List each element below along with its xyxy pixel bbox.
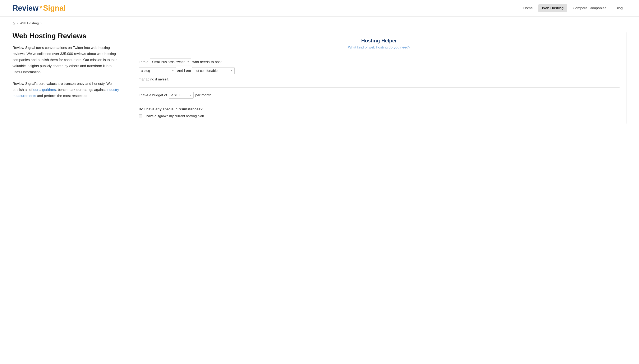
breadcrumb: ⌂ › Web Hosting › [0,16,639,30]
nav-blog[interactable]: Blog [612,4,626,12]
algorithms-link[interactable]: our algorithms [33,88,56,92]
description-2-suffix: and perform the most respected [36,94,87,98]
left-column: Web Hosting Reviews Review Signal turns … [13,32,121,105]
breadcrumb-current: Web Hosting [20,21,39,25]
sentence-line-2: a blog an ecommerce site a portfolio a f… [139,67,619,74]
i-am-a-label: I am a [139,58,149,66]
nav-compare-companies[interactable]: Compare Companies [569,4,610,12]
main-content: Web Hosting Reviews Review Signal turns … [0,30,639,132]
managing-label: managing it myself. [139,76,169,83]
sentence-line-1: I am a Small business owner Personal use… [139,58,619,66]
description-1: Review Signal turns conversations on Twi… [13,45,121,75]
budget-label: I have a budget of [139,93,167,97]
site-header: Review Signal Home Web Hosting Compare C… [0,0,639,16]
description-2-middle: , benchmark our ratings against [56,88,107,92]
sentence-builder: I am a Small business owner Personal use… [139,58,619,83]
helper-divider-2 [139,87,619,88]
user-type-select[interactable]: Small business owner Personal user Devel… [150,58,191,66]
page-title: Web Hosting Reviews [13,32,121,40]
nav-home[interactable]: Home [519,4,536,12]
breadcrumb-separator: › [17,21,18,25]
checkbox-row-1: I have outgrown my current hosting plan [139,114,619,118]
logo-signal-text: Signal [43,4,66,12]
helper-subtitle: What kind of web hosting do you need? [139,45,619,50]
breadcrumb-separator-2: › [40,21,42,25]
user-type-wrapper: Small business owner Personal user Devel… [150,58,191,66]
description-2: Review Signal's core values are transpar… [13,81,121,99]
checkbox-1[interactable] [139,114,142,118]
to-host-label: to host [211,58,221,66]
budget-suffix: per month. [195,93,212,97]
site-logo: Review Signal [13,4,66,12]
circumstances-section: Do I have any special circumstances? I h… [139,103,619,118]
helper-divider-1 [139,54,619,54]
nav-web-hosting[interactable]: Web Hosting [538,4,567,12]
checkbox-1-label: I have outgrown my current hosting plan [145,114,204,118]
budget-wrapper: < $10 $10 - $25 $25 - $50 $50 - $100 $10… [169,92,194,99]
budget-section: I have a budget of < $10 $10 - $25 $25 -… [139,92,619,99]
circumstances-title: Do I have any special circumstances? [139,107,619,111]
host-type-select[interactable]: a blog an ecommerce site a portfolio a f… [139,67,176,74]
sentence-line-3: managing it myself. [139,76,619,83]
logo-signal-icon [39,5,43,10]
host-type-wrapper: a blog an ecommerce site a portfolio a f… [139,67,176,74]
helper-title: Hosting Helper [139,38,619,44]
logo-review-text: Review [13,4,39,12]
hosting-helper: Hosting Helper What kind of web hosting … [132,32,626,124]
comfort-wrapper: not comfortable somewhat comfortable ver… [192,67,235,74]
who-needs-label: who needs [192,58,210,66]
and-i-am-label: and I am [177,67,191,74]
breadcrumb-home-icon[interactable]: ⌂ [13,21,15,26]
budget-select[interactable]: < $10 $10 - $25 $25 - $50 $50 - $100 $10… [169,92,194,99]
comfort-select[interactable]: not comfortable somewhat comfortable ver… [192,67,235,74]
main-nav: Home Web Hosting Compare Companies Blog [519,4,626,12]
